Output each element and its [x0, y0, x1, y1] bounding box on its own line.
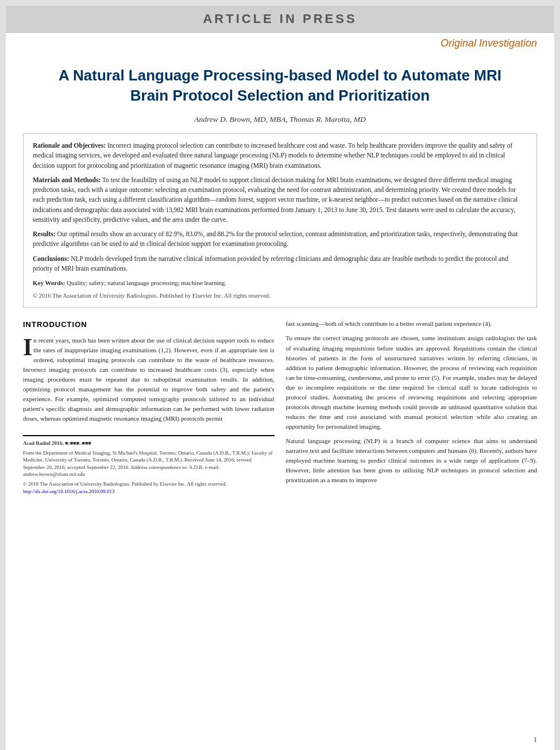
abstract-rationale: Rationale and Objectives: Incorrect imag… — [33, 141, 527, 171]
right-para2: To ensure the correct imaging protocols … — [286, 333, 538, 431]
article-in-press-text: ARTICLE IN PRESS — [203, 11, 357, 26]
original-investigation-text: Original Investigation — [441, 37, 537, 49]
authors: Andrew D. Brown, MD, MBA, Thomas R. Maro… — [23, 115, 537, 124]
introduction-heading: INTRODUCTION — [23, 319, 275, 330]
drop-cap: I — [23, 338, 32, 357]
results-text: Our optimal results show an accuracy of … — [33, 230, 517, 247]
article-in-press-banner: ARTICLE IN PRESS — [6, 6, 554, 33]
results-label: Results: — [33, 230, 56, 237]
conclusions-label: Conclusions: — [33, 255, 69, 262]
right-para1: fast scanning—both of which contribute t… — [286, 319, 538, 329]
abstract-results: Results: Our optimal results show an acc… — [33, 229, 527, 249]
original-investigation-bar: Original Investigation — [6, 33, 554, 54]
page: ARTICLE IN PRESS Original Investigation … — [6, 6, 554, 750]
keywords-line: Key Words: Quality; safety; natural lang… — [33, 278, 527, 288]
footer-copyright: © 2018 The Association of University Rad… — [23, 480, 275, 488]
abstract-conclusions: Conclusions: NLP models developed from t… — [33, 254, 527, 274]
footer-affiliation: From the Department of Medical Imaging, … — [23, 449, 275, 478]
keywords-text: Quality; safety; natural language proces… — [67, 279, 226, 286]
keywords-label: Key Words: — [33, 279, 65, 286]
rationale-label: Rationale and Objectives: — [33, 142, 106, 149]
footer-area: Acad Radiol 2016; ■:■■■–■■■ From the Dep… — [23, 435, 275, 495]
materials-label: Materials and Methods: — [33, 176, 101, 183]
right-para3: Natural language processing (NLP) is a b… — [286, 436, 538, 485]
right-column: fast scanning—both of which contribute t… — [286, 319, 538, 495]
footer-journal-ref: Acad Radiol 2016; ■:■■■–■■■ — [23, 440, 275, 447]
abstract-materials: Materials and Methods: To test the feasi… — [33, 175, 527, 225]
intro-para1-text: n recent years, much has been written ab… — [23, 337, 275, 422]
footer-doi-link[interactable]: http://dx.doi.org/10.1016/j.acra.2016.09… — [23, 489, 115, 494]
two-column-layout: INTRODUCTION In recent years, much has b… — [23, 319, 537, 495]
abstract-box: Rationale and Objectives: Incorrect imag… — [23, 133, 537, 307]
main-content: A Natural Language Processing-based Mode… — [6, 66, 554, 512]
abstract-copyright: © 2016 The Association of University Rad… — [33, 291, 527, 301]
intro-paragraph-1: In recent years, much has been written a… — [23, 336, 275, 424]
conclusions-text: NLP models developed from the narrative … — [33, 255, 508, 272]
page-number: 1 — [534, 736, 537, 744]
left-column: INTRODUCTION In recent years, much has b… — [23, 319, 275, 495]
materials-text: To test the feasibility of using an NLP … — [33, 176, 517, 223]
article-title: A Natural Language Processing-based Mode… — [46, 66, 514, 106]
